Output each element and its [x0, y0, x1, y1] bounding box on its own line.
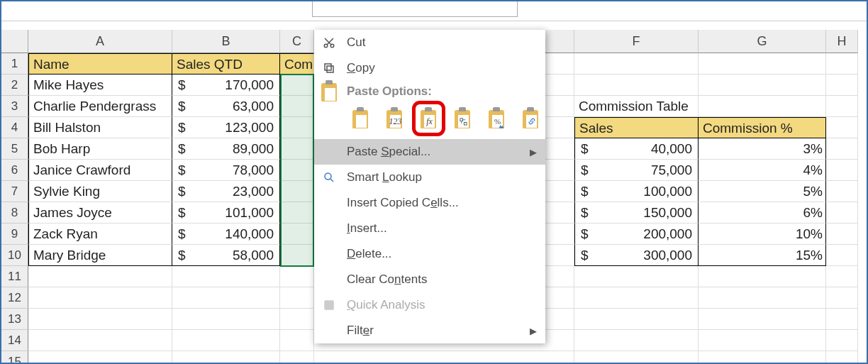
paste-button[interactable]	[347, 105, 374, 132]
cell-E13[interactable]	[545, 309, 574, 330]
cell-B1[interactable]: Sales QTD	[172, 53, 280, 75]
paste-values-button[interactable]: 123	[381, 105, 408, 132]
cell-E9[interactable]	[545, 224, 574, 245]
cell-A3[interactable]: Charlie Pendergrass	[28, 96, 172, 117]
paste-transpose-button[interactable]	[449, 105, 476, 132]
cell-F4[interactable]: Sales	[574, 117, 699, 138]
menu-filter[interactable]: Filter ▶	[314, 318, 545, 343]
menu-delete[interactable]: Delete...	[314, 241, 545, 267]
select-all-corner[interactable]	[1, 30, 28, 53]
cell-E15[interactable]	[545, 351, 574, 364]
cell-B6[interactable]: $78,000	[172, 160, 280, 181]
paste-formatting-button[interactable]: %	[483, 105, 510, 132]
cell-F12[interactable]	[574, 287, 699, 309]
cell-G5[interactable]: 3%	[699, 138, 826, 160]
cell-B12[interactable]	[172, 287, 280, 309]
cell-E14[interactable]	[545, 330, 574, 351]
row-header-6[interactable]: 6	[1, 160, 28, 181]
col-header-H[interactable]: H	[826, 30, 858, 53]
cell-F8[interactable]: $150,000	[574, 202, 699, 224]
cell-B15[interactable]	[172, 351, 280, 364]
cell-H5[interactable]	[826, 138, 858, 160]
cell-C2[interactable]	[280, 75, 314, 96]
cell-F2[interactable]	[574, 75, 699, 96]
row-header-5[interactable]: 5	[1, 138, 28, 160]
cell-E7[interactable]	[545, 181, 574, 202]
menu-insert-copied[interactable]: Insert Copied Cells...	[314, 190, 545, 216]
cell-H7[interactable]	[826, 181, 858, 202]
cell-A8[interactable]: James Joyce	[28, 202, 172, 224]
cell-G13[interactable]	[699, 309, 826, 330]
cell-F13[interactable]	[574, 309, 699, 330]
formula-input[interactable]	[312, 0, 518, 17]
menu-smart-lookup[interactable]: Smart Lookup	[314, 165, 545, 190]
cell-H15[interactable]	[826, 351, 858, 364]
cell-B10[interactable]: $58,000	[172, 245, 280, 266]
cell-F14[interactable]	[574, 330, 699, 351]
row-header-15[interactable]: 15	[1, 351, 28, 364]
cell-B13[interactable]	[172, 309, 280, 330]
col-header-B[interactable]: B	[172, 30, 280, 53]
cell-H1[interactable]	[826, 53, 858, 75]
paste-link-button[interactable]	[517, 105, 544, 132]
cell-F1[interactable]	[574, 53, 699, 75]
cell-G4[interactable]: Commission %	[699, 117, 826, 138]
cell-A7[interactable]: Sylvie King	[28, 181, 172, 202]
cell-C10[interactable]	[280, 245, 314, 266]
cell-G1[interactable]	[699, 53, 826, 75]
cell-F7[interactable]: $100,000	[574, 181, 699, 202]
cell-E3[interactable]	[545, 96, 574, 117]
row-header-13[interactable]: 13	[1, 309, 28, 330]
cell-E12[interactable]	[545, 287, 574, 309]
menu-cut[interactable]: Cut	[314, 30, 545, 55]
menu-paste-special[interactable]: Paste Special... ▶	[314, 139, 545, 165]
cell-F15[interactable]	[574, 351, 699, 364]
cell-G3[interactable]	[699, 96, 826, 117]
cell-A11[interactable]	[28, 266, 172, 287]
cell-A5[interactable]: Bob Harp	[28, 138, 172, 160]
cell-C8[interactable]	[280, 202, 314, 224]
paste-formulas-button[interactable]: fx	[415, 105, 442, 132]
cell-B11[interactable]	[172, 266, 280, 287]
col-header-F[interactable]: F	[574, 30, 699, 53]
cell-B2[interactable]: $170,000	[172, 75, 280, 96]
cell-G12[interactable]	[699, 287, 826, 309]
cell-C4[interactable]	[280, 117, 314, 138]
cell-A9[interactable]: Zack Ryan	[28, 224, 172, 245]
cell-F9[interactable]: $200,000	[574, 224, 699, 245]
cell-H13[interactable]	[826, 309, 858, 330]
cell-E1[interactable]	[545, 53, 574, 75]
cell-C9[interactable]	[280, 224, 314, 245]
cell-B9[interactable]: $140,000	[172, 224, 280, 245]
row-header-11[interactable]: 11	[1, 266, 28, 287]
cell-E4[interactable]	[545, 117, 574, 138]
row-header-7[interactable]: 7	[1, 181, 28, 202]
cell-H10[interactable]	[826, 245, 858, 266]
cell-F10[interactable]: $300,000	[574, 245, 699, 266]
cell-A15[interactable]	[28, 351, 172, 364]
cell-E6[interactable]	[545, 160, 574, 181]
row-header-10[interactable]: 10	[1, 245, 28, 266]
cell-A2[interactable]: Mike Hayes	[28, 75, 172, 96]
row-header-9[interactable]: 9	[1, 224, 28, 245]
cell-F11[interactable]	[574, 266, 699, 287]
cell-H11[interactable]	[826, 266, 858, 287]
cell-A6[interactable]: Janice Crawford	[28, 160, 172, 181]
row-header-12[interactable]: 12	[1, 287, 28, 309]
cell-H14[interactable]	[826, 330, 858, 351]
cell-F6[interactable]: $75,000	[574, 160, 699, 181]
menu-insert[interactable]: Insert...	[314, 216, 545, 241]
cell-B3[interactable]: $63,000	[172, 96, 280, 117]
cell-C3[interactable]	[280, 96, 314, 117]
cell-H8[interactable]	[826, 202, 858, 224]
cell-G11[interactable]	[699, 266, 826, 287]
cell-A13[interactable]	[28, 309, 172, 330]
cell-B5[interactable]: $89,000	[172, 138, 280, 160]
row-header-2[interactable]: 2	[1, 75, 28, 96]
cell-C15[interactable]	[280, 351, 314, 364]
cell-H9[interactable]	[826, 224, 858, 245]
cell-G7[interactable]: 5%	[699, 181, 826, 202]
row-header-1[interactable]: 1	[1, 53, 28, 75]
cell-C11[interactable]	[280, 266, 314, 287]
cell-G15[interactable]	[699, 351, 826, 364]
